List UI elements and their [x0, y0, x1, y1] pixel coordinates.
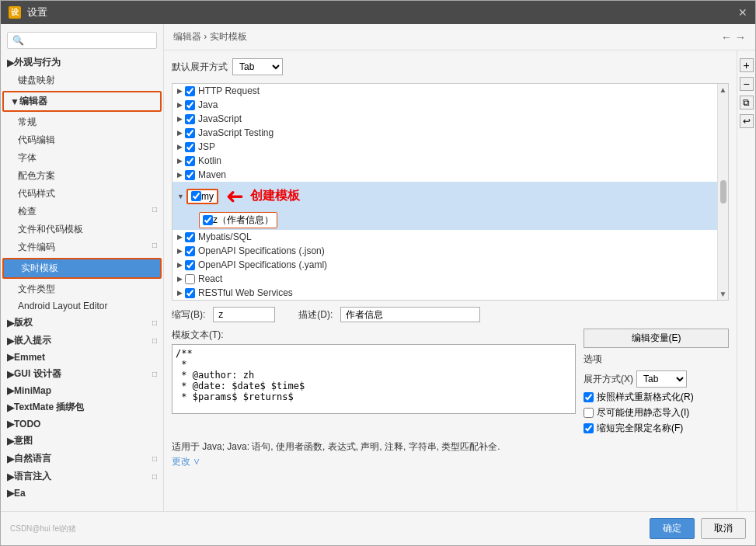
template-text-left: 模板文本(T): /** * * @author: zh * @date: $d…: [172, 329, 576, 414]
checkbox-javascript-testing[interactable]: [185, 128, 195, 138]
checkbox-openapi-yaml[interactable]: [185, 260, 195, 270]
sidebar-item-keymap[interactable]: 键盘映射: [1, 71, 163, 89]
badge: □: [152, 205, 157, 218]
template-group-my[interactable]: ▼ my ➜ 创建模板: [172, 182, 717, 210]
scroll-up-button[interactable]: ▲: [719, 85, 727, 94]
checkbox-http[interactable]: [185, 86, 195, 96]
remove-button[interactable]: −: [740, 77, 754, 91]
sidebar-item-ea[interactable]: ▶ Ea: [1, 485, 163, 501]
sidebar-item-file-encoding[interactable]: 文件编码 □: [1, 238, 163, 256]
copy-button[interactable]: ⧉: [740, 96, 754, 110]
shorthand-checkbox[interactable]: [584, 408, 594, 418]
sidebar-item-live-templates[interactable]: 实时模板: [4, 259, 160, 277]
sidebar-item-label: GUI 设计器: [14, 367, 61, 381]
checkbox-maven[interactable]: [185, 170, 195, 180]
sidebar-item-label: 文件编码: [18, 241, 55, 254]
shorten-checkbox[interactable]: [584, 423, 594, 433]
expand-mode-row: 展开方式(X) Tab Enter Space: [584, 370, 729, 388]
template-group-http[interactable]: ▶ HTTP Request: [172, 84, 717, 98]
scroll-thumb: [720, 180, 726, 203]
sidebar-item-label: 版权: [14, 316, 33, 329]
sidebar-item-editor[interactable]: ▼ 编辑器: [4, 92, 160, 110]
reformat-checkbox[interactable]: [584, 392, 594, 402]
close-button[interactable]: ✕: [738, 6, 747, 19]
sidebar-item-label: 代码样式: [18, 188, 55, 199]
template-group-kotlin[interactable]: ▶ Kotlin: [172, 154, 717, 168]
abbrev-input[interactable]: [213, 307, 275, 322]
confirm-button[interactable]: 确定: [650, 518, 695, 539]
template-group-openapi-yaml[interactable]: ▶ OpenAPI Specifications (.yaml): [172, 258, 717, 272]
sidebar-item-textmate[interactable]: ▶ TextMate 插绑包: [1, 398, 163, 416]
sidebar-item-language-injections[interactable]: ▶ 语言注入 □: [1, 468, 163, 485]
options-title: 选项: [584, 353, 729, 366]
undo-button[interactable]: ↩: [740, 114, 754, 128]
sidebar-item-file-types[interactable]: 文件类型: [1, 280, 163, 298]
expand-default-select[interactable]: Tab Enter Space: [232, 58, 283, 75]
checkbox-my[interactable]: [191, 191, 201, 201]
scroll-down-button[interactable]: ▼: [719, 290, 727, 298]
sidebar-item-minimap[interactable]: ▶ MiniMap: [1, 383, 163, 398]
checkbox-java[interactable]: [185, 100, 195, 110]
sidebar-item-code-style[interactable]: 代码样式: [1, 185, 163, 203]
checkbox-z[interactable]: [203, 215, 213, 225]
footer: CSDN@hui fei的猪 确定 取消: [1, 511, 755, 545]
template-group-javascript-testing[interactable]: ▶ JavaScript Testing: [172, 126, 717, 140]
title-bar-left: 设 设置: [9, 5, 47, 19]
checkbox-openapi-json[interactable]: [185, 246, 195, 256]
sidebar-item-label: 实时模板: [21, 263, 58, 273]
sidebar-item-intentions[interactable]: ▶ 意图: [1, 432, 163, 450]
template-group-maven[interactable]: ▶ Maven: [172, 168, 717, 182]
checkbox-react[interactable]: [185, 274, 195, 284]
checkbox-kotlin[interactable]: [185, 156, 195, 166]
nav-back-button[interactable]: ←: [721, 31, 732, 43]
template-group-react[interactable]: ▶ React: [172, 272, 717, 286]
edit-vars-button[interactable]: 编辑变量(E): [584, 329, 729, 348]
sidebar-item-color-scheme[interactable]: 配色方案: [1, 167, 163, 185]
checkbox-javascript[interactable]: [185, 114, 195, 124]
expand-icon: ▶: [7, 454, 14, 464]
main-content: 编辑器 › 实时模板 ← → 默认展开方式 Tab: [164, 24, 755, 511]
sidebar-item-file-code-templates[interactable]: 文件和代码模板: [1, 221, 163, 238]
checkbox-jsp[interactable]: [185, 142, 195, 152]
badge: □: [152, 241, 157, 254]
checkbox-restful[interactable]: [185, 288, 195, 298]
template-item-z[interactable]: z（作者信息）: [172, 210, 717, 230]
add-button[interactable]: +: [740, 58, 754, 72]
sidebar-item-gui-designer[interactable]: ▶ GUI 设计器 □: [1, 365, 163, 383]
sidebar-item-label: 外观与行为: [14, 56, 61, 69]
expand-mode-select[interactable]: Tab Enter Space: [636, 370, 687, 388]
template-group-openapi-json[interactable]: ▶ OpenAPI Specifications (.json): [172, 244, 717, 258]
template-textarea[interactable]: /** * * @author: zh * @date: $date$ $tim…: [172, 344, 576, 414]
sidebar-item-general[interactable]: 常规: [1, 113, 163, 131]
sidebar-item-label: Android Layout Editor: [18, 301, 107, 311]
sidebar-item-copyright[interactable]: ▶ 版权 □: [1, 314, 163, 332]
nav-forward-button[interactable]: →: [735, 31, 746, 43]
desc-input[interactable]: [340, 307, 480, 322]
sidebar-item-android-layout-editor[interactable]: Android Layout Editor: [1, 298, 163, 314]
cancel-button[interactable]: 取消: [701, 518, 746, 539]
template-group-jsp[interactable]: ▶ JSP: [172, 140, 717, 154]
sidebar-item-code-editing[interactable]: 代码编辑: [1, 131, 163, 149]
change-button[interactable]: 更改 ∨: [172, 456, 200, 467]
sidebar-item-font[interactable]: 字体: [1, 149, 163, 167]
sidebar-item-inspections[interactable]: 检查 □: [1, 203, 163, 221]
template-group-restful[interactable]: ▶ RESTful Web Services: [172, 286, 717, 300]
sidebar-item-embedded[interactable]: ▶ 嵌入提示 □: [1, 332, 163, 350]
abbrev-row: 缩写(B): 描述(D):: [172, 307, 729, 322]
applicable-row: 适用于 Java; Java: 语句, 使用者函数, 表达式, 声明, 注释, …: [172, 440, 729, 454]
sidebar-item-label: Emmet: [14, 352, 45, 363]
main-panel: 默认展开方式 Tab Enter Space ▶: [164, 50, 737, 511]
template-text-label: 模板文本(T):: [172, 329, 576, 342]
sidebar-search-input[interactable]: [7, 32, 157, 49]
template-group-javascript[interactable]: ▶ JavaScript: [172, 112, 717, 126]
checkbox-mybatis[interactable]: [185, 232, 195, 242]
sidebar-item-todo[interactable]: ▶ TODO: [1, 416, 163, 432]
sidebar-item-emmet[interactable]: ▶ Emmet: [1, 350, 163, 365]
red-arrow: ➜: [226, 183, 244, 209]
sidebar-item-appearance[interactable]: ▶ 外观与行为: [1, 54, 163, 71]
template-group-mybatis[interactable]: ▶ Mybatis/SQL: [172, 230, 717, 244]
sidebar-item-natural-language[interactable]: ▶ 自然语言 □: [1, 450, 163, 468]
badge: □: [152, 336, 157, 345]
sidebar-item-label: 配色方案: [18, 170, 55, 181]
template-group-java[interactable]: ▶ Java: [172, 98, 717, 112]
